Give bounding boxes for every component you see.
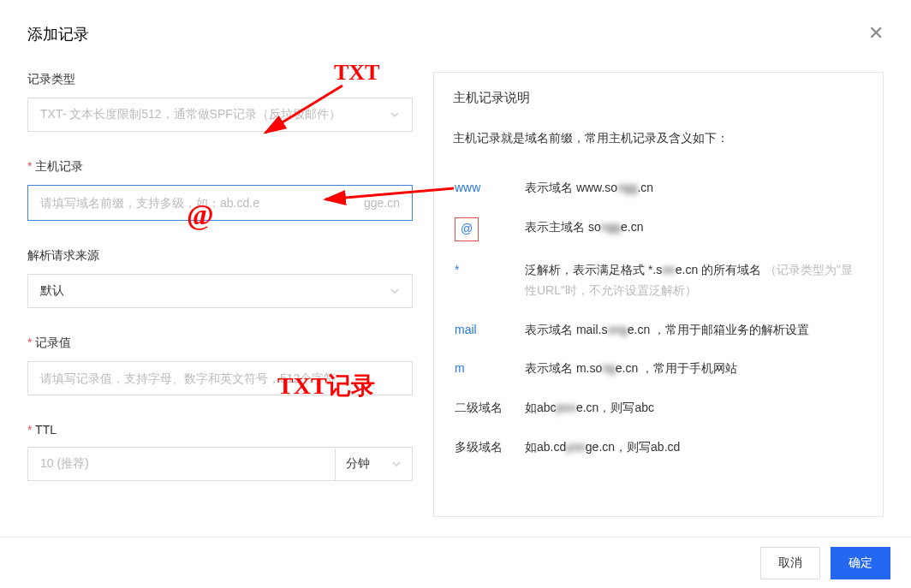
chevron-down-icon bbox=[391, 459, 402, 469]
value-label: 记录值 bbox=[27, 336, 413, 351]
ttl-value[interactable]: 10 (推荐) bbox=[27, 447, 336, 481]
help-desc-cell: 如ab.cdyooge.cn，则写ab.cd bbox=[525, 429, 862, 466]
value-input[interactable] bbox=[28, 362, 412, 395]
ttl-unit: 分钟 bbox=[346, 456, 370, 472]
record-type-value: TXT- 文本长度限制512，通常做SPF记录（反垃圾邮件） bbox=[40, 107, 341, 122]
record-type-label: 记录类型 bbox=[27, 72, 413, 87]
help-desc-cell: 泛解析，表示满足格式 *.sone.cn 的所有域名 （记录类型为"显性URL"… bbox=[525, 252, 862, 310]
ttl-label: TTL bbox=[27, 423, 413, 437]
dialog-title: 添加记录 bbox=[27, 24, 89, 45]
source-label: 解析请求来源 bbox=[27, 248, 413, 264]
help-key: www bbox=[455, 169, 523, 207]
ttl-unit-select[interactable]: 分钟 bbox=[336, 447, 413, 481]
help-key: m bbox=[455, 350, 523, 388]
record-type-select[interactable]: TXT- 文本长度限制512，通常做SPF记录（反垃圾邮件） bbox=[27, 98, 413, 132]
host-label: 主机记录 bbox=[27, 159, 413, 175]
dialog-footer: 取消 确定 bbox=[0, 537, 911, 588]
help-desc-cell: 表示域名 www.songg.cn bbox=[525, 169, 862, 207]
host-input[interactable] bbox=[28, 186, 352, 220]
help-desc-cell: 表示域名 m.songe.cn ，常用于手机网站 bbox=[525, 350, 862, 388]
help-desc: 主机记录就是域名前缀，常用主机记录及含义如下： bbox=[453, 128, 864, 147]
source-select[interactable]: 默认 bbox=[27, 274, 413, 308]
chevron-down-icon bbox=[390, 110, 400, 120]
help-panel: 主机记录说明 主机记录就是域名前缀，常用主机记录及含义如下： www表示域名 w… bbox=[433, 72, 884, 517]
help-key: @ bbox=[455, 209, 523, 250]
help-desc-cell: 表示主域名 songge.cn bbox=[525, 209, 862, 250]
help-key: 多级域名 bbox=[455, 429, 523, 466]
help-table: www表示域名 www.songg.cn@表示主域名 songge.cn*泛解析… bbox=[453, 168, 864, 467]
form-panel: 记录类型 TXT- 文本长度限制512，通常做SPF记录（反垃圾邮件） 主机记录… bbox=[27, 72, 413, 517]
value-input-wrap bbox=[27, 361, 413, 395]
close-icon[interactable]: ✕ bbox=[868, 24, 884, 43]
confirm-button[interactable]: 确定 bbox=[831, 547, 890, 579]
help-key: 二级域名 bbox=[455, 389, 523, 427]
help-desc-cell: 表示域名 mail.songe.cn ，常用于邮箱业务的解析设置 bbox=[525, 312, 862, 349]
chevron-down-icon bbox=[390, 286, 400, 296]
source-value: 默认 bbox=[40, 283, 64, 299]
help-key: mail bbox=[455, 312, 523, 349]
host-suffix: gge.cn bbox=[352, 196, 412, 210]
help-title: 主机记录说明 bbox=[453, 90, 864, 106]
help-key: * bbox=[455, 252, 523, 310]
cancel-button[interactable]: 取消 bbox=[760, 547, 820, 579]
host-input-group: gge.cn bbox=[27, 185, 413, 221]
help-desc-cell: 如abcpooe.cn，则写abc bbox=[525, 389, 862, 427]
